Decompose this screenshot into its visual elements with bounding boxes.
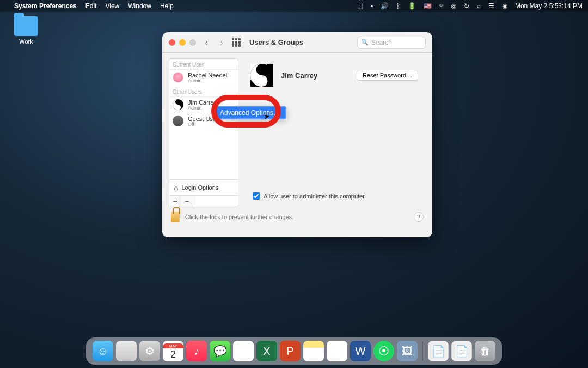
dock-finder[interactable]: ☺ (93, 341, 113, 361)
remove-user-button[interactable]: − (181, 196, 193, 207)
user-detail-panel: Jim Carrey Reset Password… Allow user to… (243, 58, 426, 207)
menu-view[interactable]: View (105, 2, 119, 10)
svg-point-2 (177, 107, 179, 108)
user-role: Off (188, 122, 218, 128)
menubar: System Preferences Edit View Window Help… (0, 0, 588, 12)
dock-system-preferences[interactable]: ⚙ (139, 341, 160, 361)
dock-excel[interactable]: X (256, 341, 277, 361)
back-button[interactable]: ‹ (201, 37, 211, 48)
app-menu[interactable]: System Preferences (14, 2, 77, 10)
save-icon[interactable]: ▪ (371, 2, 373, 10)
avatar (173, 116, 183, 126)
other-users-header: Other Users (169, 86, 238, 97)
siri-icon[interactable]: ◉ (502, 2, 507, 10)
svg-point-1 (177, 101, 179, 103)
dock-preview[interactable]: 🖼 (397, 341, 418, 361)
dock-recent-file-2[interactable]: 📄 (451, 341, 472, 361)
home-icon: ⌂ (174, 183, 178, 192)
show-all-button[interactable] (232, 38, 241, 47)
lock-text: Click the lock to prevent further change… (185, 214, 293, 220)
user-role: Admin (188, 106, 217, 111)
admin-checkbox[interactable] (253, 192, 260, 200)
context-menu-advanced-options[interactable]: Advanced Options… (213, 106, 286, 119)
minimize-button[interactable] (179, 39, 186, 46)
dock-separator (422, 341, 423, 361)
forward-button: › (217, 37, 226, 48)
window-title: Users & Groups (249, 38, 303, 46)
avatar (173, 99, 183, 110)
sidebar-user-current[interactable]: Rachel Needell Admin (169, 70, 238, 86)
cursor-icon: ➤ (263, 111, 271, 121)
folder-icon (14, 16, 38, 36)
menu-help[interactable]: Help (160, 2, 174, 10)
zoom-button (189, 39, 196, 46)
close-button[interactable] (169, 39, 175, 46)
dock-calendar[interactable]: MAY2 (163, 341, 183, 361)
wifi-icon[interactable]: ⌔ (439, 2, 443, 10)
detail-user-name: Jim Carrey (281, 71, 317, 80)
clock-icon[interactable]: ↻ (464, 2, 469, 10)
admin-checkbox-label: Allow user to administer this computer (264, 193, 365, 200)
lock-row: Click the lock to prevent further change… (162, 207, 432, 227)
desktop-folder-work[interactable]: Work (10, 16, 42, 45)
menu-window[interactable]: Window (128, 2, 151, 10)
dock-music[interactable]: ♪ (186, 341, 207, 361)
current-user-header: Current User (169, 59, 238, 70)
bluetooth-icon[interactable]: ᛒ (396, 2, 400, 10)
user-icon[interactable]: ◎ (451, 2, 456, 10)
avatar (173, 72, 183, 83)
dock-trash[interactable]: 🗑 (475, 341, 495, 361)
dock-notes[interactable] (303, 341, 324, 361)
svg-point-4 (260, 68, 264, 71)
admin-checkbox-row[interactable]: Allow user to administer this computer (253, 192, 365, 200)
spotlight-icon[interactable]: ⌕ (477, 2, 481, 10)
menu-edit[interactable]: Edit (85, 2, 97, 10)
dock-powerpoint[interactable]: P (280, 341, 301, 361)
folder-label: Work (19, 38, 33, 45)
dock-chrome[interactable]: ◉ (233, 341, 254, 361)
dock: ☺ ⚙ MAY2 ♪ 💬 ◉ X P ✱ W ⦿ 🖼 📄 📄 🗑 (86, 337, 502, 365)
login-options[interactable]: ⌂ Login Options (169, 179, 238, 195)
user-role: Admin (188, 79, 229, 84)
dock-recent-file-1[interactable]: 📄 (428, 341, 449, 361)
search-placeholder: Search (371, 39, 392, 46)
dock-spotify[interactable]: ⦿ (373, 341, 394, 361)
search-icon: 🔍 (361, 39, 369, 46)
volume-icon[interactable]: 🔊 (381, 2, 389, 10)
dock-slack[interactable]: ✱ (327, 341, 347, 361)
help-button[interactable]: ? (414, 212, 424, 222)
dock-messages[interactable]: 💬 (210, 341, 230, 361)
users-sidebar: Current User Rachel Needell Admin Other … (169, 58, 238, 207)
flag-icon[interactable]: 🇺🇸 (424, 2, 432, 10)
dock-word[interactable]: W (350, 341, 371, 361)
preferences-window: ‹ › Users & Groups 🔍 Search Current User… (162, 32, 432, 237)
dropbox-icon[interactable]: ⬚ (357, 2, 363, 10)
window-titlebar: ‹ › Users & Groups 🔍 Search (162, 32, 432, 53)
dock-launchpad[interactable] (116, 341, 137, 361)
detail-avatar[interactable] (250, 64, 273, 87)
lock-icon[interactable] (171, 212, 180, 222)
traffic-lights (169, 39, 196, 46)
add-remove-bar: + − (169, 195, 238, 207)
battery-icon[interactable]: 🔋 (408, 2, 416, 10)
add-user-button[interactable]: + (169, 196, 181, 207)
menubar-clock[interactable]: Mon May 2 5:53:14 PM (515, 2, 583, 10)
control-center-icon[interactable]: ☰ (488, 2, 494, 10)
search-input[interactable]: 🔍 Search (357, 37, 426, 49)
login-options-label: Login Options (181, 184, 218, 191)
svg-point-5 (260, 80, 264, 83)
reset-password-button[interactable]: Reset Password… (357, 70, 418, 81)
